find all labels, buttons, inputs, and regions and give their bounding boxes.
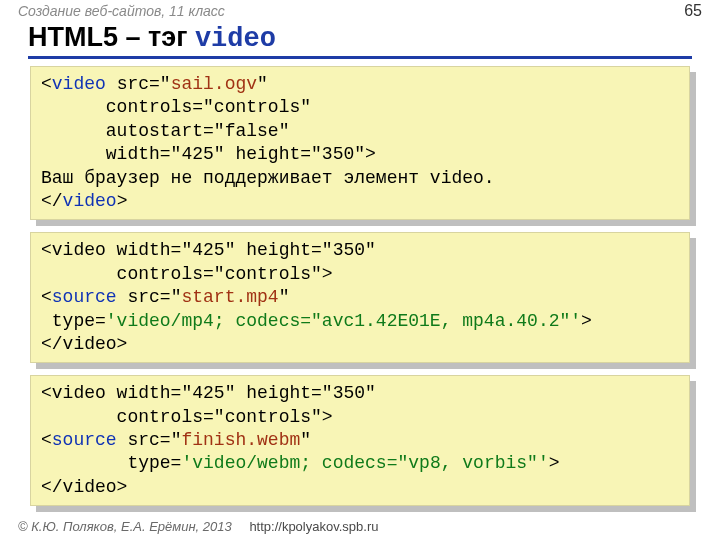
code-blocks-container: <video src="sail.ogv" controls="controls… [30,66,690,518]
line: width="425" height="350"> [41,144,376,164]
angle: < [41,287,52,307]
type-pre: type= [41,453,181,473]
type-pre: type= [41,311,106,331]
type-value: 'video/mp4; codecs="avc1.42E01E, mp4a.40… [106,311,581,331]
attr-end: " [257,74,268,94]
angle: > [581,311,592,331]
course-label: Создание веб-сайтов, 11 класс [18,3,225,19]
fallback-text: Ваш браузер не поддерживает элемент vide… [41,168,495,188]
code-block-1: <video src="sail.ogv" controls="controls… [30,66,690,220]
copyright-text: © К.Ю. Поляков, Е.А. Ерёмин, 2013 [18,519,232,534]
title-tag: video [195,24,276,54]
code-content: <video width="425" height="350" controls… [30,375,690,506]
angle: > [549,453,560,473]
tag-source: source [52,287,117,307]
footer: © К.Ю. Поляков, Е.А. Ерёмин, 2013 http:/… [18,519,378,534]
attr-text: src=" [106,74,171,94]
type-value: 'video/webm; codecs="vp8, vorbis"' [181,453,548,473]
top-bar: Создание веб-сайтов, 11 класс 65 [0,0,720,20]
line: </video> [41,477,127,497]
line: controls="controls"> [41,264,333,284]
code-block-2: <video width="425" height="350" controls… [30,232,690,363]
title-prefix: HTML5 – тэг [28,22,195,52]
src-value: finish.webm [181,430,300,450]
attr-text: src=" [117,430,182,450]
line: <video width="425" height="350" [41,383,376,403]
line: controls="controls"> [41,407,333,427]
attr-end: " [279,287,290,307]
tag-source: source [52,430,117,450]
line: controls="controls" [41,97,311,117]
line: autostart="false" [41,121,289,141]
angle: > [117,191,128,211]
src-value: sail.ogv [171,74,257,94]
attr-text: src=" [117,287,182,307]
slide-title: HTML5 – тэг video [28,22,692,59]
page-number: 65 [684,2,702,20]
footer-url: http://kpolyakov.spb.ru [249,519,378,534]
angle: < [41,74,52,94]
tag-video: video [52,74,106,94]
attr-end: " [300,430,311,450]
code-content: <video width="425" height="350" controls… [30,232,690,363]
line: <video width="425" height="350" [41,240,376,260]
angle: </ [41,191,63,211]
code-block-3: <video width="425" height="350" controls… [30,375,690,506]
code-content: <video src="sail.ogv" controls="controls… [30,66,690,220]
src-value: start.mp4 [181,287,278,307]
angle: < [41,430,52,450]
tag-video-close: video [63,191,117,211]
line: </video> [41,334,127,354]
